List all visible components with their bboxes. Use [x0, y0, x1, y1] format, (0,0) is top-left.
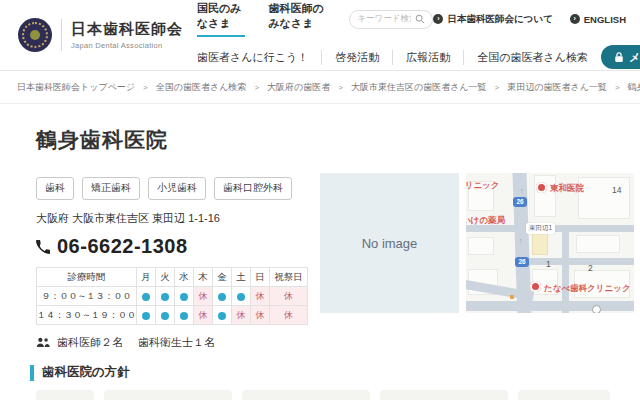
main-nav: 歯医者さんに行こう！ 啓発活動 広報活動 全国の歯医者さん検索	[197, 50, 601, 65]
map-pin-icon	[536, 182, 547, 193]
globe-circle-icon: ›	[570, 14, 580, 24]
policy-title: 歯科医院の方針	[42, 364, 130, 381]
map-road	[524, 258, 634, 265]
map-road-arrow: ↑	[520, 187, 524, 194]
location-map[interactable]: ↑ ↑ クリニック 東和医院 14 26 いけの薬局 東田辺1 26 1 2 た…	[466, 173, 634, 313]
morning-hours: ９：００～１３：００	[37, 287, 137, 306]
phone-row: 06-6622-1308	[36, 235, 320, 258]
staff-info: 歯科医師２名 歯科衛生士１名	[36, 335, 320, 350]
page-title: 鶴身歯科医院	[36, 126, 320, 154]
schedule-cell	[156, 287, 175, 306]
nav-awareness[interactable]: 啓発活動	[321, 50, 392, 65]
schedule-cell	[213, 306, 232, 325]
schedule-cell: 休	[194, 306, 213, 325]
map-street-label: 東田辺1	[526, 223, 555, 234]
policy-tag-placeholder	[518, 390, 610, 400]
table-row: ９：００～１３：００ 休 休 休	[37, 287, 308, 306]
map-label-ikeno-pharmacy: いけの薬局	[466, 215, 505, 227]
members-room-label: メンバーズルーム	[629, 50, 640, 65]
schedule-cell	[175, 287, 194, 306]
nav-dentists[interactable]: 歯科医師のみなさま	[269, 1, 330, 37]
col-hours: 診療時間	[37, 268, 137, 287]
jda-emblem-icon	[18, 18, 52, 52]
about-jda-label: 日本歯科医師会について	[447, 13, 552, 26]
schedule-cell: 休	[251, 287, 270, 306]
route-badge: 26	[513, 197, 527, 207]
schedule-cell: 休	[232, 306, 251, 325]
clinic-address: 大阪府 大阪市東住吉区 東田辺 1-1-16	[36, 211, 320, 226]
schedule-cell: 休	[251, 306, 270, 325]
hygienist-count: 歯科衛生士１名	[138, 335, 215, 350]
map-road	[466, 301, 634, 311]
policy-tag-placeholder	[36, 390, 94, 400]
map-building	[534, 175, 556, 217]
schedule-cell	[137, 287, 156, 306]
logo-title: 日本歯科医師会	[71, 20, 183, 39]
map-road-arrow: ↑	[519, 237, 523, 244]
members-room-button[interactable]: メンバーズルーム	[601, 45, 640, 69]
logo-subtitle: Japan Dental Association	[71, 41, 183, 50]
nav-public-relations[interactable]: 広報活動	[392, 50, 463, 65]
policy-tag-placeholder	[242, 390, 370, 400]
english-link[interactable]: › ENGLISH	[570, 14, 626, 25]
specialty-tags: 歯科 矯正歯科 小児歯科 歯科口腔外科	[36, 177, 320, 200]
col-wed: 水	[175, 268, 194, 287]
dentist-count: 歯科医師２名	[57, 335, 123, 350]
map-building	[576, 235, 620, 253]
tag-pediatric: 小児歯科	[148, 177, 206, 200]
schedule-cell: 休	[270, 287, 308, 306]
logo-divider	[61, 19, 62, 51]
policy-tag-placeholder	[380, 390, 508, 400]
people-icon	[36, 337, 50, 348]
map-label-towa-clinic: 東和医院	[550, 183, 584, 195]
map-pin-icon	[530, 281, 541, 292]
map-block-number: 14	[612, 185, 621, 195]
policy-tag-row	[36, 390, 610, 400]
schedule-cell	[137, 306, 156, 325]
breadcrumb-current: 鶴身歯科医院	[607, 81, 640, 94]
nav-citizens[interactable]: 国民のみなさま	[197, 1, 245, 37]
breadcrumb-osaka[interactable]: 大阪府の歯医者	[246, 81, 330, 94]
policy-tag-placeholder	[104, 390, 232, 400]
map-traffic-signal-icon	[510, 295, 514, 299]
search-placeholder: キーワード検索	[357, 13, 411, 25]
nav-go-to-dentist[interactable]: 歯医者さんに行こう！	[197, 50, 321, 65]
breadcrumb-home[interactable]: 日本歯科医師会トップページ	[17, 81, 135, 94]
schedule-cell	[175, 306, 194, 325]
map-building	[578, 177, 630, 219]
table-row: １４：３０～１９：００ 休 休 休 休	[37, 306, 308, 325]
breadcrumb: 日本歯科医師会トップページ 全国の歯医者さん検索 大阪府の歯医者 大阪市東住吉区…	[0, 71, 640, 104]
hours-table: 診療時間 月 火 水 木 金 土 日 祝祭日 ９：００～１３：００ 休 休	[36, 267, 308, 325]
breadcrumb-search[interactable]: 全国の歯医者さん検索	[135, 81, 246, 94]
afternoon-hours: １４：３０～１９：００	[37, 306, 137, 325]
about-jda-link[interactable]: › 日本歯科医師会について	[433, 13, 552, 26]
map-poi-icon	[592, 305, 601, 313]
clinic-photo-placeholder: No image	[320, 173, 459, 313]
arrow-circle-icon: ›	[433, 14, 443, 24]
tag-oral-surgery: 歯科口腔外科	[214, 177, 292, 200]
section-accent-bar	[30, 365, 34, 381]
lock-icon	[614, 52, 624, 63]
schedule-cell	[232, 287, 251, 306]
col-holiday: 祝祭日	[270, 268, 308, 287]
schedule-cell	[213, 287, 232, 306]
site-header: 日本歯科医師会 Japan Dental Association 国民のみなさま…	[0, 0, 640, 71]
header-nav-area: 国民のみなさま 歯科医師のみなさま キーワード検索 › 日本歯科医師会について …	[197, 1, 626, 69]
keyword-search-input[interactable]: キーワード検索	[349, 10, 433, 29]
phone-number[interactable]: 06-6622-1308	[57, 235, 188, 258]
breadcrumb-higashitanabe[interactable]: 東田辺の歯医者さん一覧	[487, 81, 607, 94]
audience-nav: 国民のみなさま 歯科医師のみなさま	[197, 1, 329, 37]
col-tue: 火	[156, 268, 175, 287]
phone-icon	[36, 240, 50, 254]
site-logo[interactable]: 日本歯科医師会 Japan Dental Association	[18, 18, 183, 52]
clinic-detail: 鶴身歯科医院 歯科 矯正歯科 小児歯科 歯科口腔外科 大阪府 大阪市東住吉区 東…	[0, 104, 320, 350]
col-thu: 木	[194, 268, 213, 287]
map-label-clinic: クリニック	[466, 180, 500, 192]
policy-section-heading: 歯科医院の方針	[30, 364, 130, 381]
map-building	[468, 237, 494, 255]
breadcrumb-higashisumiyoshi[interactable]: 大阪市東住吉区の歯医者さん一覧	[330, 81, 486, 94]
search-icon	[415, 14, 425, 24]
nav-dentist-search[interactable]: 全国の歯医者さん検索	[463, 50, 601, 65]
map-highlighted-building	[532, 233, 548, 255]
tag-orthodontics: 矯正歯科	[82, 177, 140, 200]
